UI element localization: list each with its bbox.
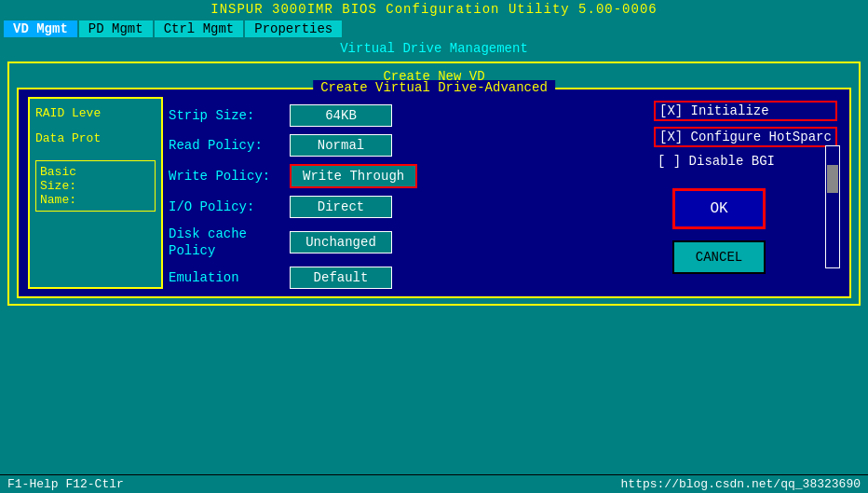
footer-left: F1-Help F12-Ctlr — [7, 477, 124, 491]
data-prot-section: Data Prot — [35, 131, 156, 145]
emulation-row: Emulation Default — [169, 267, 639, 289]
initialize-checkbox[interactable]: [X] Initialize — [654, 101, 837, 121]
io-policy-row: I/O Policy: Direct — [169, 196, 639, 218]
title-text: INSPUR 3000IMR BIOS Configuration Utilit… — [210, 2, 657, 17]
raid-level-section: RAID Leve — [35, 106, 156, 120]
right-buttons: OK CANCEL — [672, 170, 766, 274]
hotspare-checkbox[interactable]: [X] Configure HotSparc — [654, 127, 837, 147]
disk-cache-value[interactable]: Unchanged — [290, 231, 392, 253]
title-bar: INSPUR 3000IMR BIOS Configuration Utilit… — [0, 0, 868, 19]
strip-size-value[interactable]: 64KB — [290, 104, 392, 127]
emulation-value[interactable]: Default — [290, 267, 392, 289]
footer: F1-Help F12-Ctlr https://blog.csdn.net/q… — [0, 474, 868, 493]
footer-right: https://blog.csdn.net/qq_38323690 — [621, 477, 861, 491]
data-prot-label: Data Prot — [35, 131, 101, 145]
disk-cache-row: Disk cachePolicy Unchanged — [169, 226, 639, 259]
raid-level-label: RAID Leve — [35, 106, 101, 120]
emulation-label: Emulation — [169, 270, 280, 285]
options-section: [X] Initialize [X] Configure HotSparc [ … — [654, 101, 837, 170]
scrollbar[interactable] — [825, 145, 840, 268]
menu-vd-mgmt[interactable]: VD Mgmt — [4, 21, 77, 37]
write-policy-label: Write Policy: — [169, 169, 280, 184]
disk-cache-label: Disk cachePolicy — [169, 226, 280, 259]
left-sidebar: RAID Leve Data Prot Basic Size: Name: — [28, 97, 163, 289]
ok-button[interactable]: OK — [672, 188, 766, 229]
cancel-button[interactable]: CANCEL — [672, 240, 766, 274]
menu-properties[interactable]: Properties — [245, 21, 342, 37]
write-policy-row: Write Policy: Write Through — [169, 164, 639, 188]
strip-size-row: Strip Size: 64KB — [169, 104, 639, 127]
options-and-buttons: [X] Initialize [X] Configure HotSparc [ … — [654, 97, 840, 289]
io-policy-label: I/O Policy: — [169, 199, 280, 214]
size-label: Size: — [40, 179, 151, 193]
basic-box: Basic Size: Name: — [35, 160, 156, 212]
outer-container: Create New VD Create Virtual Drive-Advan… — [7, 62, 861, 306]
menu-pd-mgmt[interactable]: PD Mgmt — [79, 21, 153, 37]
vdm-text: Virtual Drive Management — [340, 41, 528, 56]
inner-dialog: Create Virtual Drive-Advanced RAID Leve … — [17, 88, 851, 298]
advanced-label: Create Virtual Drive-Advanced — [313, 80, 555, 95]
read-policy-label: Read Policy: — [169, 138, 280, 153]
read-policy-value[interactable]: Normal — [290, 134, 392, 157]
form-section: Strip Size: 64KB Read Policy: Normal Wri… — [169, 97, 639, 289]
name-label: Name: — [40, 193, 151, 207]
strip-size-label: Strip Size: — [169, 108, 280, 123]
read-policy-row: Read Policy: Normal — [169, 134, 639, 157]
dialog-body: Strip Size: 64KB Read Policy: Normal Wri… — [169, 97, 840, 289]
io-policy-value[interactable]: Direct — [290, 196, 392, 218]
basic-title: Basic — [40, 165, 151, 179]
write-policy-value[interactable]: Write Through — [290, 164, 417, 188]
menu-bar: VD Mgmt PD Mgmt Ctrl Mgmt Properties — [0, 19, 868, 39]
disable-bgi-checkbox[interactable]: [ ] Disable BGI — [654, 153, 837, 170]
menu-ctrl-mgmt[interactable]: Ctrl Mgmt — [155, 21, 244, 37]
vdm-bar: Virtual Drive Management — [0, 39, 868, 58]
scroll-thumb[interactable] — [827, 165, 838, 193]
